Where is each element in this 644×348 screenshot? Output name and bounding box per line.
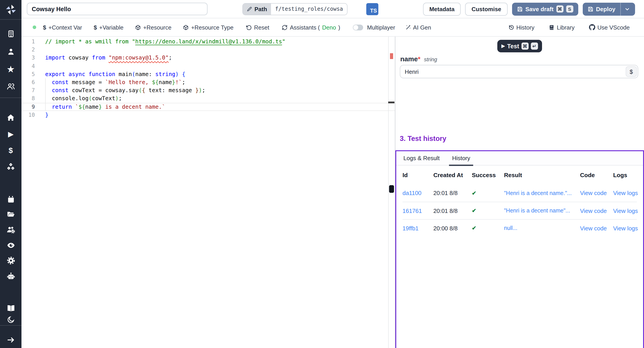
audit-eye-icon[interactable] bbox=[0, 240, 22, 250]
code-line-8[interactable]: 8 console.log(cowText); bbox=[22, 94, 395, 103]
code-line-4[interactable]: 4 bbox=[22, 62, 395, 70]
status-dot bbox=[33, 26, 36, 29]
expand-arrow-right-icon[interactable] bbox=[0, 334, 22, 345]
view-logs-link[interactable]: View logs bbox=[613, 190, 638, 196]
customise-button[interactable]: Customise bbox=[465, 2, 508, 16]
use-vscode-button[interactable]: Use VScode bbox=[589, 24, 630, 31]
magic-wand-icon bbox=[405, 24, 411, 30]
add-context-var-button[interactable]: $ +Context Var bbox=[43, 24, 82, 31]
history-tabs: Logs & Result History bbox=[396, 151, 643, 166]
code-line-10[interactable]: 10} bbox=[22, 111, 395, 119]
cmd-key-badge: ⌘ bbox=[556, 5, 563, 12]
code-line-3[interactable]: 3import cowsay from "npm:cowsay@1.5.0"; bbox=[22, 54, 395, 62]
tab-logs-result[interactable]: Logs & Result bbox=[404, 155, 440, 165]
windmill-logo-icon[interactable] bbox=[0, 3, 22, 16]
settings-gear-icon[interactable] bbox=[0, 255, 22, 266]
tab-history[interactable]: History bbox=[452, 155, 470, 165]
rotate-ccw-icon bbox=[246, 24, 252, 30]
metadata-button[interactable]: Metadata bbox=[423, 2, 461, 16]
cube-icon bbox=[183, 24, 189, 30]
resources-boxes-icon[interactable] bbox=[0, 162, 22, 172]
result-link[interactable]: "Henri is a decent name"... bbox=[504, 208, 580, 214]
add-resource-button[interactable]: +Resource bbox=[135, 24, 171, 31]
button-divider bbox=[620, 2, 621, 16]
result-link[interactable]: "Henri is a decent name."... bbox=[504, 190, 580, 196]
line-content: export async function main(name: string)… bbox=[45, 70, 185, 78]
line-content: console.log(cowText); bbox=[45, 94, 122, 103]
test-history-title: 3. Test history bbox=[400, 135, 446, 143]
line-number: 2 bbox=[22, 46, 35, 54]
docs-book-icon[interactable] bbox=[0, 303, 22, 314]
chevron-down-icon[interactable] bbox=[624, 6, 630, 12]
line-content: // import * as wmill from "https://deno.… bbox=[45, 38, 285, 46]
arg-type: string bbox=[424, 56, 437, 62]
line-number: 8 bbox=[22, 94, 35, 103]
line-content: } bbox=[45, 111, 48, 119]
variables-dollar-icon[interactable]: $ bbox=[0, 145, 22, 156]
sidebar-divider bbox=[0, 98, 22, 98]
save-draft-button[interactable]: Save draft ⌘ S bbox=[512, 2, 578, 16]
history-button[interactable]: History bbox=[508, 24, 534, 31]
pane-resize-grip[interactable] bbox=[389, 185, 394, 193]
workspace-building-icon[interactable] bbox=[0, 28, 22, 39]
star-icon[interactable]: ★ bbox=[0, 64, 22, 75]
play-icon: ▶ bbox=[502, 44, 505, 48]
variable-picker-button[interactable]: $ bbox=[626, 66, 637, 77]
job-id-link[interactable]: da1100 bbox=[402, 190, 433, 196]
path-label: Path bbox=[254, 6, 267, 12]
dollar-icon: $ bbox=[94, 24, 97, 31]
ai-gen-button[interactable]: AI Gen bbox=[405, 24, 431, 31]
name-arg-input[interactable] bbox=[400, 65, 638, 78]
assistants-button[interactable]: Assistants (Deno) bbox=[282, 24, 340, 31]
view-logs-link[interactable]: View logs bbox=[613, 225, 638, 232]
script-name-input[interactable] bbox=[27, 3, 208, 15]
schedules-calendar-icon[interactable] bbox=[0, 194, 22, 204]
code-editor[interactable]: 1// import * as wmill from "https://deno… bbox=[22, 37, 395, 348]
code-line-6[interactable]: 6 const message = `Hello there, ${name}!… bbox=[22, 78, 395, 86]
job-id-link[interactable]: 161761 bbox=[402, 207, 433, 214]
code-line-2[interactable]: 2 bbox=[22, 46, 395, 54]
code-line-9[interactable]: 9 return `${name} is a decent name.` bbox=[22, 103, 395, 111]
reset-button[interactable]: Reset bbox=[246, 24, 269, 31]
cmd-key-badge: ⌘ bbox=[521, 42, 528, 50]
editor-toolbar: $ +Context Var $ +Variable +Resource +Re… bbox=[22, 18, 644, 37]
dark-mode-moon-icon[interactable] bbox=[0, 314, 22, 325]
path-chip[interactable]: Path f/testing_roles/cowsa bbox=[242, 3, 348, 15]
runs-play-icon[interactable]: ▶ bbox=[0, 128, 22, 139]
groups-users-gear-icon[interactable] bbox=[0, 224, 22, 235]
created-at: 20:01 8/8 bbox=[433, 207, 472, 214]
history-row-161761: 16176120:01 8/8✔"Henri is a decent name"… bbox=[402, 202, 637, 219]
view-code-link[interactable]: View code bbox=[580, 190, 613, 196]
job-id-link[interactable]: 19ffb1 bbox=[402, 225, 433, 232]
multiplayer-toggle[interactable] bbox=[353, 24, 363, 30]
home-icon[interactable] bbox=[0, 112, 22, 123]
sidebar-divider bbox=[0, 19, 22, 20]
line-content: const cowText = cowsay.say({ text: messa… bbox=[45, 86, 205, 94]
path-value: f/testing_roles/cowsa bbox=[271, 3, 347, 14]
view-logs-link[interactable]: View logs bbox=[613, 207, 638, 214]
code-line-7[interactable]: 7 const cowText = cowsay.say({ text: mes… bbox=[22, 86, 395, 94]
library-button[interactable]: Library bbox=[549, 24, 575, 31]
line-number: 1 bbox=[22, 38, 35, 46]
view-code-link[interactable]: View code bbox=[580, 207, 613, 214]
code-line-1[interactable]: 1// import * as wmill from "https://deno… bbox=[22, 38, 395, 46]
success-check-icon: ✔ bbox=[472, 208, 504, 214]
created-at: 20:01 8/8 bbox=[433, 190, 472, 196]
result-link[interactable]: null... bbox=[504, 225, 580, 231]
workers-robot-icon[interactable] bbox=[0, 270, 22, 281]
test-button[interactable]: ▶ Test ⌘ ↵ bbox=[498, 40, 542, 52]
deploy-button[interactable]: Deploy bbox=[582, 2, 635, 16]
book-icon bbox=[549, 24, 554, 30]
user-group-icon[interactable] bbox=[0, 81, 22, 92]
folders-icon[interactable] bbox=[0, 209, 22, 220]
github-icon bbox=[589, 24, 595, 30]
s-key-badge: S bbox=[566, 5, 573, 12]
view-code-link[interactable]: View code bbox=[580, 225, 613, 232]
history-table: Id Created At Success Result Code Logs d… bbox=[402, 166, 637, 236]
user-icon[interactable] bbox=[0, 46, 22, 57]
line-number: 5 bbox=[22, 70, 35, 78]
dollar-icon: $ bbox=[43, 24, 46, 31]
code-line-5[interactable]: 5export async function main(name: string… bbox=[22, 70, 395, 78]
add-variable-button[interactable]: $ +Variable bbox=[94, 24, 124, 31]
add-resource-type-button[interactable]: +Resource Type bbox=[183, 24, 234, 31]
